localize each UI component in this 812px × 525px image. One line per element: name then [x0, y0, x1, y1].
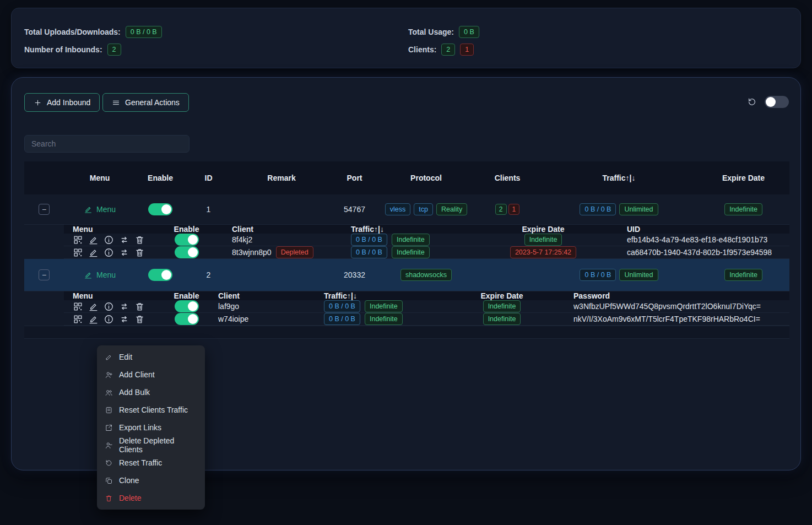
client-uid: efb14b43-4a79-4e83-ef18-e48cf1901b73 — [627, 235, 767, 244]
client-enable-switch[interactable] — [175, 246, 199, 258]
sub-header-traffic[interactable]: Traffic↑|↓ — [316, 291, 434, 300]
header-toggle[interactable] — [765, 96, 789, 108]
header-remark: Remark — [232, 174, 331, 182]
client-depleted-badge: Depleted — [276, 246, 313, 258]
row-menu-trigger[interactable]: Menu — [84, 205, 116, 214]
menu-item-add-bulk[interactable]: Add Bulk — [97, 383, 205, 401]
delete-client-icon[interactable] — [134, 247, 145, 258]
protocol-tag: Reality — [436, 203, 467, 215]
plus-icon — [34, 99, 42, 107]
menu-lines-icon — [112, 99, 120, 107]
client-enable-switch[interactable] — [175, 234, 199, 246]
client-row: laf9go 0 B / 0 B Indefinite Indefinite w… — [64, 300, 789, 313]
delete-client-icon[interactable] — [134, 314, 145, 324]
header-port: Port — [331, 174, 378, 182]
menu-item-add-client[interactable]: Add Client — [97, 366, 205, 383]
clients-table-inbound-1: Menu Enable Client Traffic↑|↓ Expire Dat… — [64, 225, 789, 259]
client-traffic-badge: 0 B / 0 B — [351, 234, 387, 246]
edit-client-icon[interactable] — [88, 247, 99, 258]
collapse-row-button[interactable]: − — [39, 269, 50, 280]
reset-traffic-icon[interactable] — [119, 301, 129, 312]
traffic-badge: 0 B / 0 B — [580, 203, 616, 215]
qr-code-icon[interactable] — [73, 247, 83, 258]
inbounds-table-header: Menu Enable ID Remark Port Protocol Clie… — [24, 161, 789, 194]
edit-pencil-icon — [84, 205, 93, 214]
qr-code-icon[interactable] — [73, 301, 83, 312]
client-name: 8t3wjnn8p0 — [232, 248, 272, 257]
inbound-port: 54767 — [331, 205, 378, 214]
reset-traffic-icon[interactable] — [119, 314, 129, 324]
edit-icon — [105, 353, 113, 361]
reset-traffic-icon[interactable] — [119, 235, 129, 245]
refresh-icon[interactable] — [747, 97, 757, 107]
reset-traffic-icon — [105, 459, 113, 467]
reset-traffic-icon[interactable] — [119, 247, 129, 258]
add-inbound-button[interactable]: Add Inbound — [24, 93, 100, 112]
inbound-context-menu: Edit Add Client Add Bulk Reset Clients T… — [97, 345, 205, 510]
delete-client-icon[interactable] — [134, 235, 145, 245]
enable-switch[interactable] — [148, 269, 172, 281]
enable-switch[interactable] — [148, 203, 172, 215]
traffic-badge: 0 B / 0 B — [580, 269, 616, 281]
traffic-limit-badge: Unlimited — [619, 203, 658, 215]
search-input[interactable] — [24, 135, 190, 153]
menu-item-clone[interactable]: Clone — [97, 472, 205, 489]
menu-item-reset-traffic[interactable]: Reset Traffic — [97, 454, 205, 472]
menu-item-edit[interactable]: Edit — [97, 348, 205, 366]
client-traffic-badge: 0 B / 0 B — [351, 246, 387, 258]
row-menu-trigger[interactable]: Menu — [84, 270, 116, 279]
clients-table-header: Menu Enable Client Traffic↑|↓ Expire Dat… — [64, 225, 789, 234]
reset-clients-traffic-icon — [105, 406, 113, 414]
menu-item-reset-clients-traffic[interactable]: Reset Clients Traffic — [97, 401, 205, 419]
sub-header-expire: Expire Date — [469, 225, 618, 234]
inbounds-card: Add Inbound General Actions Menu Enab — [11, 77, 801, 470]
client-uid: ca68470b-1940-437d-802b-1f9573e94598 — [627, 248, 772, 257]
qr-code-icon[interactable] — [73, 314, 83, 324]
clients-table-inbound-2: Menu Enable Client Traffic↑|↓ Expire Dat… — [64, 291, 789, 326]
stat-clients: Clients: 2 1 — [408, 43, 474, 56]
sub-header-client: Client — [210, 225, 342, 234]
sub-header-traffic[interactable]: Traffic↑|↓ — [342, 225, 469, 234]
table-footer — [24, 326, 789, 339]
traffic-limit-badge: Unlimited — [619, 269, 658, 281]
header-clients: Clients — [474, 174, 540, 182]
edit-client-icon[interactable] — [88, 301, 99, 312]
add-inbound-label: Add Inbound — [47, 98, 90, 107]
sub-header-expire: Expire Date — [434, 291, 570, 300]
info-icon[interactable] — [104, 235, 114, 245]
collapse-row-button[interactable]: − — [39, 204, 50, 215]
menu-item-delete-depleted-clients[interactable]: Delete Depleted Clients — [97, 436, 205, 454]
card-header-controls — [747, 96, 789, 108]
inbound-id: 1 — [185, 205, 232, 214]
clone-icon — [105, 477, 113, 485]
client-name: w74ioipe — [218, 315, 248, 323]
client-enable-switch[interactable] — [175, 313, 199, 325]
general-actions-button[interactable]: General Actions — [102, 93, 189, 112]
clients-depleted-count: 1 — [460, 44, 474, 56]
menu-item-export-links[interactable]: Export Links — [97, 419, 205, 436]
client-enable-switch[interactable] — [175, 300, 199, 312]
client-traffic-badge: 0 B / 0 B — [324, 300, 360, 312]
header-traffic-sort[interactable]: Traffic↑|↓ — [540, 174, 697, 182]
info-icon[interactable] — [104, 247, 114, 258]
menu-item-delete[interactable]: Delete — [97, 489, 205, 507]
client-password: w3NfbzUPf5WWd745Q8pvsmQrdrttT2lO6knuI7Di… — [573, 302, 761, 311]
qr-code-icon[interactable] — [73, 235, 83, 245]
client-expire-badge: Indefinite — [524, 234, 562, 246]
uploads-downloads-value: 0 B / 0 B — [126, 26, 162, 38]
sub-header-uid: UID — [618, 225, 789, 234]
client-expire-badge: Indefinite — [483, 300, 521, 312]
info-icon[interactable] — [104, 314, 114, 324]
delete-client-icon[interactable] — [134, 301, 145, 312]
expire-badge: Indefinite — [724, 269, 762, 281]
client-row: 8t3wjnn8p0 Depleted 0 B / 0 B Indefinite… — [64, 246, 789, 259]
stats-card: Total Uploads/Downloads: 0 B / 0 B Numbe… — [11, 8, 801, 68]
edit-client-icon[interactable] — [88, 314, 99, 324]
info-icon[interactable] — [104, 301, 114, 312]
client-traffic-limit-badge: Indefinite — [392, 234, 430, 246]
edit-client-icon[interactable] — [88, 235, 99, 245]
xui-panel: Total Uploads/Downloads: 0 B / 0 B Numbe… — [0, 0, 812, 525]
inbounds-label: Number of Inbounds: — [24, 45, 102, 54]
protocol-tag: shadowsocks — [400, 269, 452, 281]
general-actions-label: General Actions — [125, 98, 180, 107]
